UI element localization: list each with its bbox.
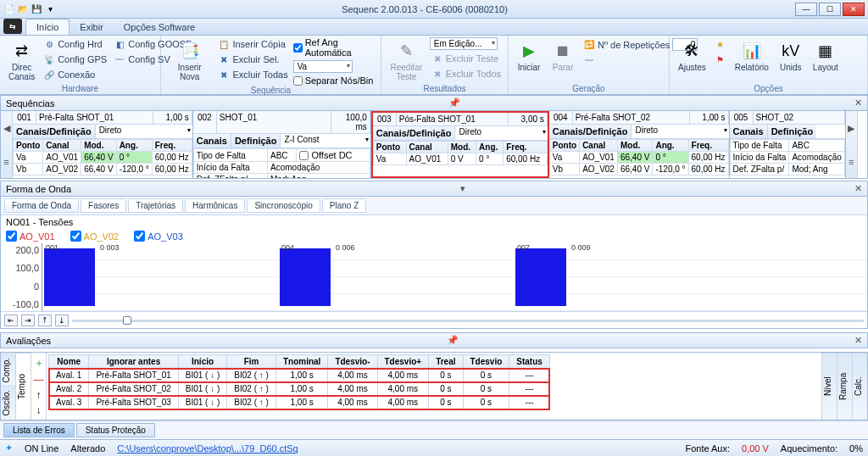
excluir-sel-button[interactable]: ✖Excluir Sel. (216, 53, 289, 66)
move-down-icon[interactable]: ↓ (36, 404, 42, 416)
tab-opcoes[interactable]: Opções Software (114, 19, 205, 35)
inserir-copia-button[interactable]: 📋Inserir Cópia (216, 37, 289, 51)
close-panel-icon[interactable]: ✕ (854, 183, 862, 194)
offset-dc-checkbox[interactable] (299, 151, 309, 160)
va-select[interactable]: Va (293, 60, 353, 73)
excluir-todas-button[interactable]: ✖Excluir Todas (216, 68, 289, 81)
btab-erros[interactable]: Lista de Erros (3, 423, 75, 437)
wtab-fasores[interactable]: Fasores (81, 198, 126, 213)
excluir-todos-button[interactable]: ✖Excluir Todos (430, 67, 503, 81)
zoom-slider[interactable] (72, 314, 864, 326)
wtab-sincro[interactable]: Sincronoscópio (247, 198, 320, 213)
qat-save-icon[interactable]: 💾 (31, 3, 42, 15)
burst-1 (44, 248, 95, 306)
table-row: Aval. 3Pré-Falta SHOT_03BI01 ( ↓ )BI02 (… (49, 396, 550, 409)
seq-card-004[interactable]: 004Pré-Falta SHOT_021,00 s Canais/Defini… (549, 111, 730, 178)
delete-icon: ✖ (218, 53, 230, 65)
delete-all-icon: ✖ (431, 68, 443, 80)
unids-button[interactable]: kVUnids (776, 37, 806, 74)
conexao-button[interactable]: 🔗Conexão (42, 68, 108, 81)
zoom-out-h-icon[interactable]: ⇤ (4, 314, 18, 326)
mode-select[interactable]: Direto (95, 125, 192, 138)
layout-button[interactable]: ▦Layout (810, 37, 842, 74)
vtab-oscilo[interactable]: Oscilo. (1, 386, 15, 420)
tab-exibir[interactable]: Exibir (70, 19, 114, 35)
qat-open-icon[interactable]: 📂 (17, 3, 29, 15)
flag-icon: ⚑ (715, 53, 726, 65)
config-gps-button[interactable]: 📡Config GPS (42, 53, 108, 66)
close-panel-icon[interactable]: ✕ (854, 97, 862, 109)
opt-b[interactable]: ⚑ (713, 53, 728, 66)
move-up-icon[interactable]: ↑ (36, 389, 42, 401)
close-button[interactable]: ✕ (843, 3, 865, 16)
table-row: Aval. 1Pré-Falta SHOT_01BI01 ( ↓ )BI02 (… (49, 369, 550, 382)
pin-icon[interactable]: 📌 (447, 335, 459, 346)
wtab-forma[interactable]: Forma de Onda (4, 198, 79, 213)
parar-button[interactable]: ⏹Parar (548, 37, 578, 74)
star-icon: ★ (715, 38, 726, 50)
zoom-in-v-icon[interactable]: ⤓ (55, 314, 69, 326)
tab-inicio[interactable]: Início (25, 19, 70, 35)
qat-new-icon[interactable]: 📄 (3, 3, 15, 15)
seq-card-002[interactable]: 002SHOT_01100,0 ms CanaisDefiniçãoZ-I Co… (193, 111, 371, 178)
direc-canais-button[interactable]: ⇄Direc Canais (5, 37, 38, 83)
avaliacoes-title: Avaliações (6, 336, 51, 346)
qat-dropdown-icon[interactable]: ▾ (44, 3, 56, 15)
wtab-harmonicas[interactable]: Harmônicas (185, 198, 245, 213)
seq-card-001[interactable]: 001Pré-Falta SHOT_011,00 s Canais/Defini… (13, 111, 193, 178)
channel-table: PontoCanalMod.Ang.Freq. VaAO_V0166,40 V0… (549, 139, 729, 175)
mode-select[interactable]: Direto (454, 126, 547, 140)
seq-card-005[interactable]: 005SHOT_02 CanaisDefinição Tipo de Falta… (730, 111, 846, 178)
sv-icon: 〰 (114, 53, 125, 65)
waveform-header: Forma de Onda ▾ ✕ (0, 181, 868, 197)
opt-a[interactable]: ★ (713, 37, 728, 51)
separar-checkbox[interactable]: Separar Nós/Bin (293, 75, 376, 86)
vtab-tempo[interactable]: Tempo (16, 353, 31, 420)
pin-icon[interactable]: ▾ (460, 183, 465, 194)
wtab-planoz[interactable]: Plano Z (322, 198, 366, 213)
mode-select[interactable]: Direto (631, 125, 728, 138)
btab-status[interactable]: Status Proteção (76, 423, 155, 437)
seq-nav-right[interactable]: ▶≡ (846, 111, 858, 178)
link-icon: 🔗 (43, 69, 55, 81)
vtab-comp[interactable]: Comp. (1, 353, 15, 386)
waveform-plot[interactable]: 200,0100,00-100,0 001 0 003 004 0 006 00… (1, 243, 867, 311)
mode-select[interactable]: Z-I Const (280, 134, 370, 148)
reeditar-teste-button[interactable]: ✎Reeditar Teste (387, 37, 426, 83)
relatorio-button[interactable]: 📊Relatório (732, 37, 772, 74)
maximize-button[interactable]: ☐ (819, 3, 841, 16)
add-row-icon[interactable]: ＋ (34, 356, 44, 370)
legend-v02[interactable]: AO_V02 (70, 231, 120, 242)
seq-nav-left[interactable]: ◀≡ (1, 111, 13, 178)
pin-icon[interactable]: 📌 (448, 97, 460, 109)
ref-ang-checkbox[interactable]: Ref Ang Automática (293, 37, 376, 58)
avaliacoes-header: Avaliações 📌 ✕ (0, 332, 868, 348)
inserir-nova-button[interactable]: 📑Inserir Nova (166, 37, 213, 83)
iniciar-button[interactable]: ▶Iniciar (514, 37, 544, 74)
wave-icon: 〰 (583, 54, 595, 66)
minimize-button[interactable]: — (795, 3, 817, 16)
remove-row-icon[interactable]: — (34, 374, 44, 386)
status-filepath[interactable]: C:\Users\conprove\Desktop\...\79_D60.ctS… (117, 443, 298, 454)
excluir-teste-button[interactable]: ✖Excluir Teste (430, 52, 503, 65)
em-edicao-select[interactable]: Em Edição... (430, 37, 498, 50)
ajustes-button[interactable]: 🛠Ajustes (675, 37, 709, 74)
close-panel-icon[interactable]: ✕ (854, 335, 862, 346)
vtab-calc[interactable]: Calc. (853, 353, 867, 420)
wtab-trajetorias[interactable]: Trajetórias (128, 198, 183, 213)
swap-icon: ⇄ (10, 39, 34, 63)
vtab-rampa[interactable]: Rampa (837, 353, 852, 420)
zoom-in-h-icon[interactable]: ⇥ (21, 314, 35, 326)
app-menu-icon[interactable]: ⇆ (3, 19, 22, 34)
status-fonte-label: Fonte Aux: (685, 443, 730, 454)
eval-table[interactable]: NomeIgnorar antesInícioFim TnominalTdesv… (48, 354, 550, 409)
zoom-out-v-icon[interactable]: ⤒ (38, 314, 52, 326)
ribbon-tabs: Início Exibir Opções Software (0, 19, 868, 36)
legend-v01[interactable]: AO_V01 (6, 231, 55, 242)
legend-v03[interactable]: AO_V03 (134, 231, 183, 242)
seq-card-003[interactable]: 003Pós-Falta SHOT_013,00 s Canais/Defini… (371, 111, 549, 178)
vtab-nivel[interactable]: Nível (822, 353, 837, 420)
sequence-strip: ◀≡ 001Pré-Falta SHOT_011,00 s Canais/Def… (0, 111, 868, 179)
config-hrd-button[interactable]: ⚙Config Hrd (42, 37, 108, 51)
gps-icon: 📡 (43, 53, 55, 65)
